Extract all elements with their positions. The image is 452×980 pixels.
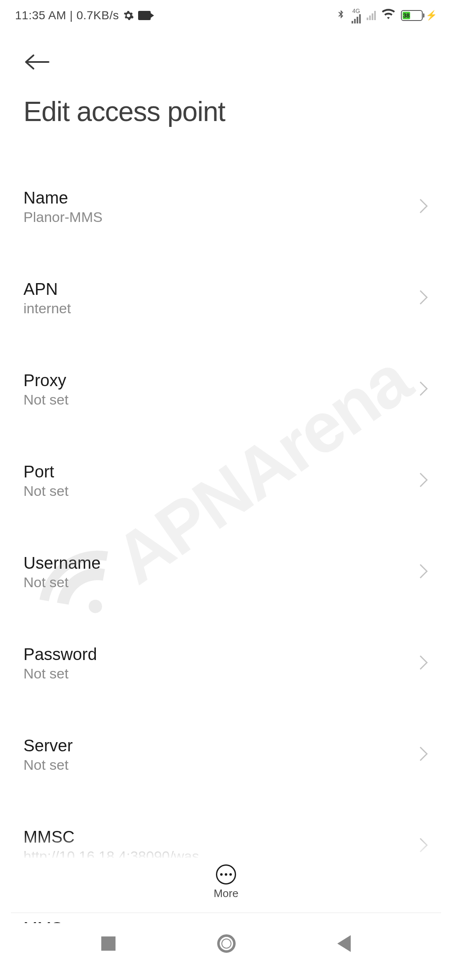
setting-label: Server xyxy=(23,736,73,755)
camera-icon xyxy=(138,11,151,20)
charging-icon: ⚡ xyxy=(426,10,437,21)
system-nav-bar xyxy=(0,917,452,980)
setting-row-password[interactable]: Password Not set xyxy=(23,630,429,721)
setting-value: Not set xyxy=(23,392,69,408)
status-time: 11:35 AM | 0.7KB/s xyxy=(15,9,119,22)
setting-value: Not set xyxy=(23,757,73,773)
setting-label: Port xyxy=(23,462,69,481)
setting-label: MMSC xyxy=(23,828,199,846)
setting-label: Name xyxy=(23,188,103,207)
setting-value: Not set xyxy=(23,483,69,499)
chevron-right-icon xyxy=(419,472,429,490)
setting-row-name[interactable]: Name Planor-MMS xyxy=(23,173,429,265)
signal-4g: 4G xyxy=(352,8,361,23)
setting-value: internet xyxy=(23,300,71,317)
bluetooth-icon xyxy=(336,8,346,23)
battery-icon: 38 ⚡ xyxy=(401,10,437,21)
page-title: Edit access point xyxy=(23,95,429,127)
recents-button[interactable] xyxy=(101,936,116,951)
back-button[interactable] xyxy=(23,65,50,72)
home-button[interactable] xyxy=(217,934,236,953)
gear-icon xyxy=(123,10,134,21)
chevron-right-icon xyxy=(419,198,429,216)
signal-bars-nosim-icon xyxy=(367,11,376,20)
chevron-right-icon xyxy=(419,745,429,764)
setting-row-apn[interactable]: APN internet xyxy=(23,265,429,356)
more-button[interactable]: More xyxy=(213,864,238,900)
setting-value: Not set xyxy=(23,574,101,591)
more-icon xyxy=(216,864,236,885)
chevron-right-icon xyxy=(419,289,429,307)
back-nav-button[interactable] xyxy=(337,935,351,952)
setting-label: Proxy xyxy=(23,371,69,390)
chevron-right-icon xyxy=(419,380,429,399)
setting-label: Password xyxy=(23,645,97,664)
status-right: 4G 38 ⚡ xyxy=(336,8,437,23)
status-bar: 11:35 AM | 0.7KB/s 4G 38 ⚡ xyxy=(0,0,452,31)
chevron-right-icon xyxy=(419,563,429,581)
setting-row-server[interactable]: Server Not set xyxy=(23,721,429,812)
setting-label: Username xyxy=(23,554,101,573)
settings-list: Name Planor-MMS APN internet Proxy Not s… xyxy=(23,173,429,923)
setting-value: Planor-MMS xyxy=(23,209,103,225)
chevron-right-icon xyxy=(419,654,429,673)
divider xyxy=(11,913,441,913)
chevron-right-icon xyxy=(419,837,429,855)
setting-row-proxy[interactable]: Proxy Not set xyxy=(23,356,429,447)
setting-row-port[interactable]: Port Not set xyxy=(23,447,429,539)
more-label: More xyxy=(213,887,238,900)
battery-percent: 38 xyxy=(403,12,410,19)
bottom-action-bar: More xyxy=(0,858,452,906)
setting-label: APN xyxy=(23,280,71,299)
status-left: 11:35 AM | 0.7KB/s xyxy=(15,9,151,22)
wifi-icon xyxy=(382,9,395,23)
setting-row-username[interactable]: Username Not set xyxy=(23,539,429,630)
signal-bars-icon xyxy=(352,14,361,23)
signal-4g-label: 4G xyxy=(352,8,360,14)
time-text: 11:35 AM xyxy=(15,9,66,22)
net-speed-text: 0.7KB/s xyxy=(77,9,119,22)
setting-value: Not set xyxy=(23,665,97,682)
